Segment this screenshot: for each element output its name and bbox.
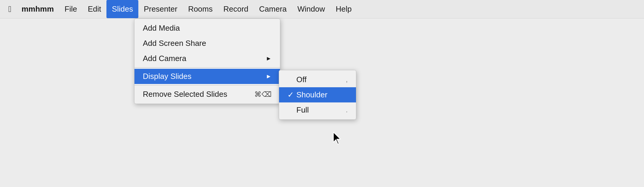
- submenu-item-full[interactable]: Full .: [279, 102, 356, 118]
- submenu-item-shoulder[interactable]: ✓ Shoulder: [279, 87, 356, 102]
- shortcut-remove: ⌘⌫: [254, 90, 272, 99]
- menu-separator-1: [134, 67, 280, 68]
- display-slides-submenu: Off , ✓ Shoulder Full .: [279, 70, 356, 120]
- shoulder-checkmark-icon: ✓: [287, 90, 294, 99]
- menu-item-add-screen-share[interactable]: Add Screen Share: [134, 36, 280, 51]
- menubar-item-rooms[interactable]: Rooms: [183, 0, 218, 18]
- menubar-item-record[interactable]: Record: [218, 0, 254, 18]
- menu-separator-2: [134, 85, 280, 85]
- menu-item-display-slides[interactable]: Display Slides ►: [134, 69, 280, 84]
- submenu-arrow-icon: ►: [266, 55, 272, 62]
- menubar:  mmhmm File Edit Slides Presenter Rooms…: [0, 0, 644, 18]
- menubar-item-help[interactable]: Help: [330, 0, 357, 18]
- apple-icon: : [8, 4, 11, 14]
- menubar-item-edit[interactable]: Edit: [83, 0, 107, 18]
- menubar-item-presenter[interactable]: Presenter: [138, 0, 183, 18]
- menubar-item-mmhmm[interactable]: mmhmm: [16, 0, 59, 18]
- slides-menu: Add Media Add Screen Share Add Camera ► …: [134, 18, 280, 104]
- menubar-item-camera[interactable]: Camera: [254, 0, 292, 18]
- apple-menu[interactable]: : [6, 0, 16, 18]
- svg-marker-0: [333, 132, 340, 144]
- submenu-item-off[interactable]: Off ,: [279, 72, 356, 87]
- menu-item-add-camera[interactable]: Add Camera ►: [134, 51, 280, 66]
- off-shortcut: ,: [346, 76, 348, 84]
- menubar-item-slides[interactable]: Slides: [106, 0, 138, 18]
- menu-item-add-media[interactable]: Add Media: [134, 21, 280, 36]
- menu-item-remove-selected[interactable]: Remove Selected Slides ⌘⌫: [134, 87, 280, 102]
- full-shortcut: .: [346, 106, 348, 114]
- dropdown-container: Add Media Add Screen Share Add Camera ► …: [0, 18, 644, 187]
- menubar-item-file[interactable]: File: [59, 0, 83, 18]
- menubar-item-window[interactable]: Window: [292, 0, 330, 18]
- submenu-arrow-display-icon: ►: [266, 73, 272, 80]
